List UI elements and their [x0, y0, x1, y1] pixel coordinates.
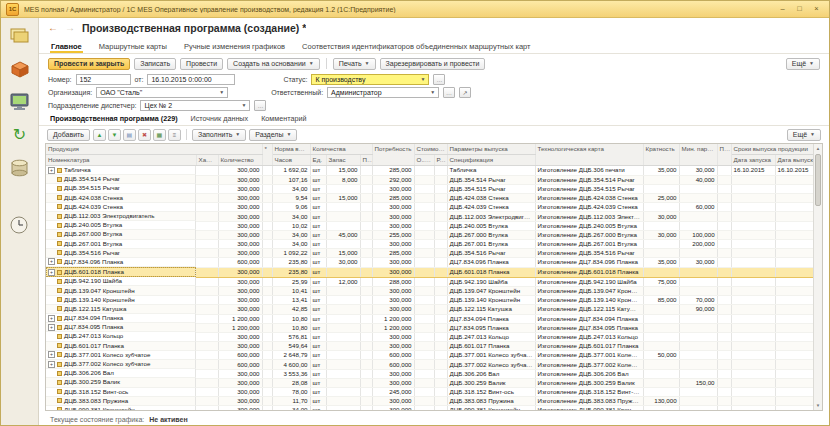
table-cell[interactable]	[717, 277, 731, 286]
table-cell[interactable]: шт	[310, 249, 326, 258]
table-row[interactable]: ДЦБ.300.259 Валик300,00028,08шт300,000ДЦ…	[46, 378, 819, 387]
table-cell[interactable]	[643, 388, 679, 397]
table-cell[interactable]	[196, 221, 218, 230]
table-cell[interactable]: 75,000	[643, 277, 679, 286]
table-cell[interactable]	[434, 240, 447, 249]
table-cell[interactable]: шт	[310, 230, 326, 239]
specification-cell[interactable]: ДЦБ.300.259 Валик	[447, 378, 535, 387]
table-cell[interactable]: 300,000	[218, 277, 262, 286]
table-cell[interactable]	[717, 175, 731, 184]
column-header-requirement[interactable]: Потребность	[372, 144, 414, 166]
table-cell[interactable]	[679, 314, 717, 323]
tech-card-cell[interactable]: Изготовление ДЦБ.240.005 Втулка	[535, 221, 643, 230]
table-cell[interactable]	[326, 240, 360, 249]
expand-icon[interactable]: +	[48, 324, 55, 331]
table-row[interactable]: +ДЦ7.834.094 Планка1 200,00010,80шт1 200…	[46, 314, 819, 323]
table-cell[interactable]: 300,000	[218, 240, 262, 249]
table-cell[interactable]: 600,000	[372, 351, 414, 360]
tech-card-cell[interactable]: Изготовление ДЦБ.112.003 Электродвигател…	[535, 212, 643, 221]
table-cell[interactable]	[262, 166, 272, 176]
launch-date-cell[interactable]	[731, 277, 775, 286]
table-cell[interactable]	[360, 360, 372, 369]
table-cell[interactable]	[679, 221, 717, 230]
table-cell[interactable]: 300,000	[372, 212, 414, 221]
table-cell[interactable]	[414, 351, 434, 360]
responsible-open-button[interactable]: ↗	[459, 87, 471, 98]
table-cell[interactable]	[434, 360, 447, 369]
nomenclature-cell[interactable]: ДЦБ.240.005 Втулка	[46, 221, 196, 230]
table-cell[interactable]: 78,00	[272, 388, 310, 397]
table-cell[interactable]: 600,000	[218, 360, 262, 369]
tab-ruchnye-izmeneniya[interactable]: Ручные изменения графиков	[183, 40, 286, 53]
column-header-r[interactable]: Р...	[434, 155, 447, 166]
table-cell[interactable]	[643, 342, 679, 351]
create-based-on-button[interactable]: Создать на основании▼	[227, 58, 320, 70]
table-cell[interactable]	[360, 267, 372, 277]
table-cell[interactable]	[414, 249, 434, 258]
scroll-up-icon[interactable]: ▲	[814, 144, 822, 153]
column-header-multiplicity[interactable]: Кратность	[643, 144, 679, 166]
table-cell[interactable]	[360, 240, 372, 249]
nomenclature-cell[interactable]: ДЦБ.139.047 Кронштейн	[46, 286, 196, 295]
specification-cell[interactable]: ДЦБ.267.001 Втулка	[447, 240, 535, 249]
table-row[interactable]: ДЦБ.354.515 Рычаг300,00034,00шт300,000ДЦ…	[46, 184, 819, 193]
table-cell[interactable]: 292,000	[372, 175, 414, 184]
table-cell[interactable]: 30,000	[679, 258, 717, 267]
list-settings-icon[interactable]: ≡	[168, 129, 181, 141]
table-row[interactable]: +ДЦБ.377.002 Колесо зубчатое600,0004 600…	[46, 360, 819, 369]
table-cell[interactable]: 300,000	[372, 240, 414, 249]
tech-card-cell[interactable]: Изготовление ДЦБ.306.206 Вал	[535, 369, 643, 378]
table-cell[interactable]: 300,000	[218, 388, 262, 397]
table-row[interactable]: +Табличка300,0001 692,02шт15,000285,000Т…	[46, 166, 819, 176]
tech-card-cell[interactable]: Изготовление ДЦБ.424.038 Стенка	[535, 194, 643, 203]
table-cell[interactable]: 288,000	[372, 277, 414, 286]
nomenclature-cell[interactable]: ДЦБ.424.038 Стенка	[46, 194, 196, 203]
table-cell[interactable]	[196, 194, 218, 203]
table-cell[interactable]	[262, 230, 272, 239]
launch-date-cell[interactable]	[731, 267, 775, 277]
schedule-clock-icon[interactable]	[6, 212, 34, 238]
table-cell[interactable]: 50,000	[643, 351, 679, 360]
table-cell[interactable]: 245,000	[372, 388, 414, 397]
column-header-po[interactable]: По...	[717, 144, 731, 166]
table-cell[interactable]: 130,000	[643, 397, 679, 406]
table-cell[interactable]: 8,000	[326, 175, 360, 184]
column-header-unit[interactable]: Ед.	[310, 155, 326, 166]
table-cell[interactable]	[196, 212, 218, 221]
table-cell[interactable]	[262, 378, 272, 387]
table-cell[interactable]	[679, 184, 717, 193]
chevron-down-icon[interactable]: ▼	[242, 103, 247, 108]
table-row[interactable]: +ДЦБ.601.018 Планка300,000235,80шт300,00…	[46, 267, 819, 277]
table-cell[interactable]	[196, 378, 218, 387]
table-cell[interactable]: шт	[310, 406, 326, 411]
table-cell[interactable]: 285,000	[372, 166, 414, 176]
back-icon[interactable]: ←	[48, 23, 58, 33]
table-cell[interactable]	[717, 369, 731, 378]
table-cell[interactable]: 85,000	[643, 296, 679, 305]
date-field[interactable]	[147, 74, 235, 85]
nomenclature-cell[interactable]: +ДЦБ.377.001 Колесо зубчатое	[46, 351, 196, 360]
table-cell[interactable]	[643, 221, 679, 230]
nomenclature-cell[interactable]: ДЦБ.090.381 Кронштейн	[46, 406, 196, 411]
table-cell[interactable]	[434, 212, 447, 221]
table-cell[interactable]	[679, 332, 717, 341]
expand-icon[interactable]: +	[48, 315, 55, 322]
table-cell[interactable]: 300,000	[218, 249, 262, 258]
table-cell[interactable]	[434, 342, 447, 351]
table-cell[interactable]	[414, 360, 434, 369]
table-cell[interactable]	[360, 175, 372, 184]
table-cell[interactable]	[434, 296, 447, 305]
tech-card-cell[interactable]: Изготовление ДЦБ.354.516 Рычаг	[535, 249, 643, 258]
table-cell[interactable]	[326, 378, 360, 387]
table-cell[interactable]	[717, 258, 731, 267]
table-cell[interactable]	[414, 203, 434, 212]
nomenclature-cell[interactable]: ДЦБ.383.083 Пружина	[46, 397, 196, 406]
table-cell[interactable]: 2 648,79	[272, 351, 310, 360]
table-cell[interactable]: 30,000	[326, 258, 360, 267]
table-cell[interactable]: 11,70	[272, 397, 310, 406]
table-cell[interactable]	[414, 388, 434, 397]
table-row[interactable]: ДЦБ.383.083 Пружина300,00011,70шт300,000…	[46, 397, 819, 406]
table-row[interactable]: ДЦБ.354.516 Рычаг300,0001 092,22шт15,000…	[46, 249, 819, 258]
table-cell[interactable]	[326, 351, 360, 360]
launch-date-cell[interactable]	[731, 230, 775, 239]
